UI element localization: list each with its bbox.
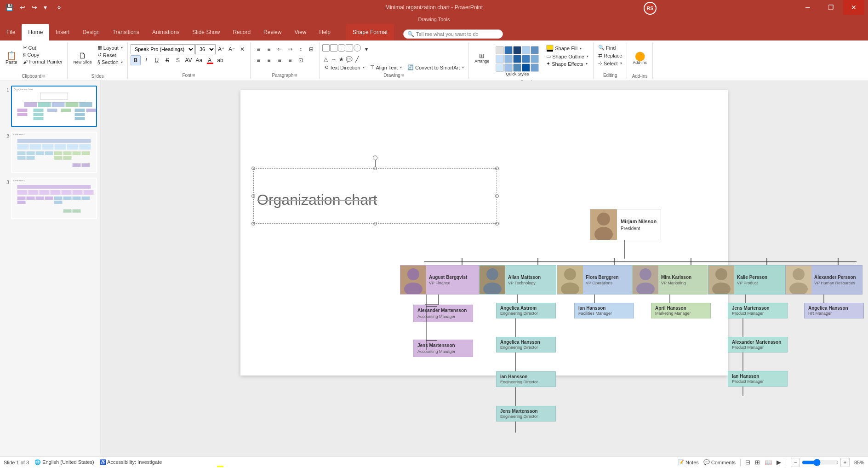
customize-qa-button[interactable]: ▾ <box>42 3 49 12</box>
shadow-button[interactable]: S <box>173 55 183 65</box>
shape-effects-button[interactable]: ✦ Shape Effects▾ <box>544 60 590 67</box>
search-input[interactable] <box>416 31 499 37</box>
font-color-button[interactable]: A <box>205 55 215 65</box>
finance-sub-2[interactable]: Jens Martensson Accounting Manager <box>413 340 473 357</box>
vp-technology-card[interactable]: Allan Mattsson VP Technology <box>479 265 556 295</box>
notes-button[interactable]: 📝 Notes <box>678 459 699 465</box>
tab-view[interactable]: View <box>288 24 313 40</box>
tab-record[interactable]: Record <box>226 24 257 40</box>
presenter-view-button[interactable]: ▶ <box>777 459 781 466</box>
ops-sub-1[interactable]: Ian Hansson Facilities Manager <box>574 303 634 318</box>
numbering-button[interactable]: ≡ <box>264 44 274 54</box>
zoom-out-button[interactable]: − <box>791 458 800 467</box>
text-direction-button[interactable]: ⟲ Text Direction▾ <box>322 64 366 71</box>
replace-button[interactable]: ⇄ Replace <box>596 52 624 59</box>
autosave-toggle[interactable]: ⚙ <box>55 4 63 11</box>
justify-button[interactable]: ≡ <box>285 55 295 65</box>
tech-sub-2[interactable]: Angelica Hansson Engineering Director <box>496 337 556 352</box>
product-sub-2[interactable]: Alexander Martensson Product Manager <box>728 337 788 352</box>
increase-indent-button[interactable]: ⇒ <box>285 44 295 54</box>
strikethrough-button[interactable]: S <box>162 55 172 65</box>
bold-button[interactable]: B <box>131 55 141 65</box>
close-button[interactable]: ✕ <box>843 0 864 15</box>
find-button[interactable]: 🔍 Find <box>596 44 617 51</box>
shape-callout-button[interactable]: 💬 <box>346 56 353 63</box>
new-slide-button[interactable]: 🗋 New Slide <box>70 44 95 72</box>
smart-lookup-button[interactable]: ⊡ <box>296 55 306 65</box>
highlight-button[interactable]: ab <box>215 55 225 65</box>
zoom-slider[interactable] <box>802 459 839 466</box>
font-size-select[interactable]: 36 <box>195 44 216 54</box>
slide-thumb-img-2[interactable]: CONTOSO <box>11 132 97 173</box>
tab-help[interactable]: Help <box>313 24 337 40</box>
change-case-button[interactable]: Aa <box>194 55 204 65</box>
underline-button[interactable]: U <box>152 55 162 65</box>
add-remove-columns-button[interactable]: ⊟ <box>306 44 316 54</box>
vp-finance-card[interactable]: August Bergqvist VP Finance <box>400 265 479 295</box>
align-right-button[interactable]: ≡ <box>274 55 285 65</box>
undo-button[interactable]: ↩ <box>18 3 27 12</box>
layout-button[interactable]: ▦ Layout▾ <box>96 44 125 51</box>
slide-thumb-2[interactable]: 2 CONTOSO <box>2 131 98 174</box>
tab-review[interactable]: Review <box>257 24 288 40</box>
tab-file[interactable]: File <box>0 24 22 40</box>
clipboard-expand-icon[interactable]: ⊞ <box>42 74 46 78</box>
font-name-select[interactable]: Speak Pro (Headings) <box>131 44 195 54</box>
shape-arrow-button[interactable]: → <box>330 56 337 63</box>
paste-button[interactable]: 📋 Paste <box>3 44 20 72</box>
search-box[interactable]: 🔍 <box>403 29 503 39</box>
normal-view-button[interactable]: ⊟ <box>745 459 750 466</box>
tab-insert[interactable]: Insert <box>49 24 76 40</box>
arrange-button[interactable]: ⊞ Arrange <box>472 44 492 72</box>
slide-thumb-1[interactable]: 1 Organization chart <box>2 85 98 128</box>
vp-marketing-card[interactable]: Mira Karlsson VP Marketing <box>632 265 708 295</box>
tab-design[interactable]: Design <box>76 24 106 40</box>
save-button[interactable]: 💾 <box>4 3 15 12</box>
cut-button[interactable]: ✂ Cut <box>21 44 65 51</box>
vp-operations-card[interactable]: Flora Berggren VP Operations <box>557 265 632 295</box>
tab-slideshow[interactable]: Slide Show <box>186 24 226 40</box>
tab-transitions[interactable]: Transitions <box>106 24 146 40</box>
line-spacing-button[interactable]: ↕ <box>296 44 306 54</box>
comments-button[interactable]: 💬 Comments <box>703 459 736 465</box>
align-left-button[interactable]: ≡ <box>253 55 263 65</box>
restore-button[interactable]: ❐ <box>820 0 841 15</box>
tab-home[interactable]: Home <box>22 24 49 40</box>
shape-rect-button[interactable] <box>322 44 330 52</box>
select-button[interactable]: ⊹ Select▾ <box>596 60 624 67</box>
slide-thumb-img-1[interactable]: Organization chart <box>11 86 97 127</box>
shape-rect2-button[interactable] <box>330 44 337 52</box>
tech-sub-3[interactable]: Ian Hansson Engineering Director <box>496 371 556 387</box>
decrease-indent-button[interactable]: ⇐ <box>274 44 285 54</box>
finance-sub-1[interactable]: Alexander Martensson Accounting Manager <box>413 305 473 322</box>
section-button[interactable]: § Section▾ <box>96 59 125 65</box>
vp-product-card[interactable]: Kalle Persson VP Product <box>708 265 785 295</box>
canvas-area[interactable]: Organization chart Mirjam Nilsson Presid… <box>100 81 868 456</box>
slide-thumb-img-3[interactable]: CONTOSO <box>11 178 97 219</box>
shape-roundrect-button[interactable] <box>338 44 345 52</box>
copy-button[interactable]: ⎘ Copy <box>21 52 65 58</box>
tech-sub-1[interactable]: Angelica Astrom Engineering Director <box>496 303 556 318</box>
shapes-more-button[interactable]: ▾ <box>361 44 371 54</box>
quick-styles-button[interactable]: Quick Styles <box>493 44 542 78</box>
shape-star-button[interactable]: ★ <box>338 56 345 63</box>
redo-button[interactable]: ↪ <box>30 3 39 12</box>
decrease-font-size-button[interactable]: A⁻ <box>227 44 237 54</box>
font-expand-icon[interactable]: ⊞ <box>192 73 195 77</box>
president-card[interactable]: Mirjam Nilsson President <box>590 209 661 240</box>
shape-triangle-button[interactable]: △ <box>322 56 330 63</box>
italic-button[interactable]: I <box>141 55 151 65</box>
tab-animations[interactable]: Animations <box>146 24 186 40</box>
reset-button[interactable]: ↺ Reset <box>96 52 125 58</box>
slide-title[interactable]: Organization chart <box>257 191 377 208</box>
convert-smartart-button[interactable]: 🔄 Convert to SmartArt▾ <box>405 64 466 71</box>
increase-font-size-button[interactable]: A⁺ <box>216 44 226 54</box>
mkt-sub-1[interactable]: April Hansson Marketing Manager <box>651 303 711 318</box>
drawing-expand-icon[interactable]: ⊞ <box>401 73 405 77</box>
shape-line-button[interactable]: ╱ <box>354 56 361 63</box>
paragraph-expand-icon[interactable]: ⊞ <box>294 73 297 77</box>
product-sub-1[interactable]: Jens Martensson Product Manager <box>728 303 788 318</box>
align-center-button[interactable]: ≡ <box>264 55 274 65</box>
clear-formatting-button[interactable]: ✕ <box>237 44 247 54</box>
tech-sub-4[interactable]: Jens Martensson Engineering Director <box>496 406 556 422</box>
